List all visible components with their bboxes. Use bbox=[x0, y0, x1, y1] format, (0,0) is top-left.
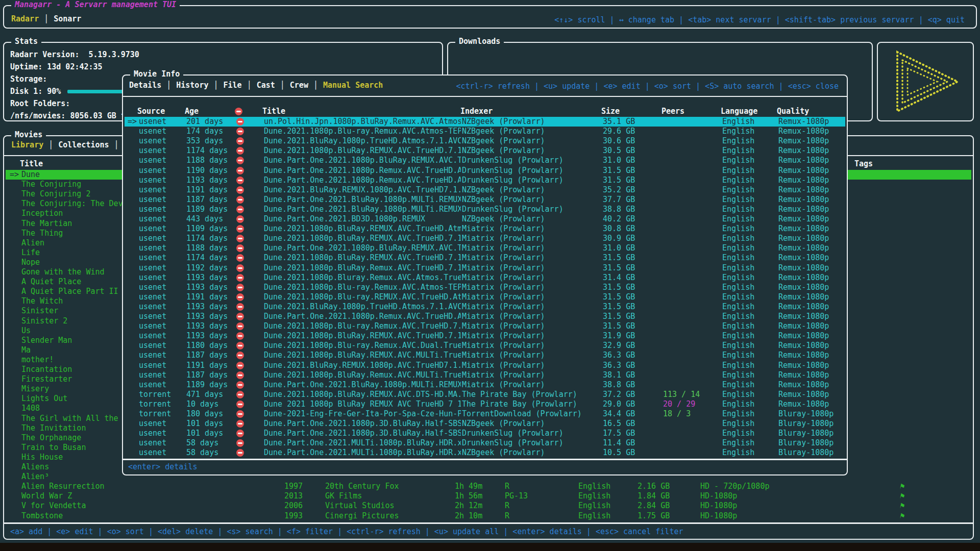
release-title-cell: Dune.Part.One.2021.1080p.BluRay.REMUX.AV… bbox=[264, 156, 461, 165]
search-result-row[interactable]: usenet1188 daysDune.Part.One.2021.1080p.… bbox=[125, 243, 845, 253]
source-cell: usenet bbox=[139, 331, 166, 341]
movie-row[interactable]: Tombstone1993Cinergi Pictures2h 10mREngl… bbox=[6, 511, 971, 521]
source-cell: usenet bbox=[139, 448, 166, 458]
movie-runtime-cell: 2h 10m bbox=[455, 511, 482, 521]
search-result-row[interactable]: usenet1193 daysDune.Part.One.2021.1080p.… bbox=[125, 312, 845, 321]
tab-history[interactable]: History bbox=[176, 81, 208, 90]
age-cell: 1174 days bbox=[186, 253, 228, 263]
movie-studio-cell: Cinergi Pictures bbox=[325, 511, 399, 521]
movie-title-cell: Alien bbox=[21, 238, 44, 248]
quality-cell: Remux-1080p bbox=[778, 292, 829, 302]
movie-title-cell: Tombstone bbox=[21, 511, 63, 521]
rejected-icon bbox=[236, 167, 244, 174]
search-result-row[interactable]: usenet1174 daysDune.2021.1080p.BluRay.RE… bbox=[125, 146, 845, 156]
tab-crew[interactable]: Crew bbox=[290, 81, 308, 90]
search-result-row[interactable]: usenet1193 daysDune.2021.1080p.Blu-ray.R… bbox=[125, 321, 845, 331]
search-result-row[interactable]: usenet1190 daysDune.Part.One.2021.1080p.… bbox=[125, 166, 845, 176]
search-result-row[interactable]: usenet1193 daysDune.2021.BluRay.1080p.Tr… bbox=[125, 302, 845, 312]
tab-file[interactable]: File bbox=[224, 81, 242, 90]
search-result-row[interactable]: usenet1191 daysDune.2021.1080p.Blu-ray.R… bbox=[125, 292, 845, 302]
tab-separator: │ bbox=[208, 81, 223, 90]
search-result-row[interactable]: =>usenet201 daysun.Pol.Hin.Jpn.1080p.Blu… bbox=[125, 117, 845, 127]
global-keybindings: <↑↓> scroll | ↔ change tab | <tab> next … bbox=[554, 15, 965, 24]
search-result-row[interactable]: usenet1180 daysDune.2021.1080p.Blu-ray.R… bbox=[125, 341, 845, 350]
source-cell: usenet bbox=[139, 176, 166, 185]
source-cell: usenet bbox=[139, 117, 166, 127]
search-result-row[interactable]: usenet101 daysDune.Part.One.2021.1080p.3… bbox=[125, 419, 845, 429]
age-cell: 1193 days bbox=[186, 331, 228, 341]
quality-cell: Remux-1080p bbox=[778, 136, 829, 146]
search-result-row[interactable]: usenet1191 daysDune.2021.BluRay.REMUX.10… bbox=[125, 185, 845, 195]
source-cell: usenet bbox=[139, 185, 166, 195]
search-result-row[interactable]: usenet353 daysDune.2021.BluRay.1080p.Tru… bbox=[125, 136, 845, 146]
tab-sonarr[interactable]: Sonarr bbox=[54, 14, 81, 23]
tab-details[interactable]: Details bbox=[129, 81, 161, 90]
search-result-row[interactable]: usenet1193 daysDune.2021.1080p.Bluray.Re… bbox=[125, 273, 845, 283]
search-result-row[interactable]: torrent10 daysDune 2021 1080p BluRay REM… bbox=[125, 399, 845, 409]
quality-cell: Remux-1080p bbox=[778, 117, 829, 127]
source-cell: usenet bbox=[139, 302, 166, 312]
release-title-cell: Dune.2021.1080p.Bluray.Remux.AVC.Atmos.T… bbox=[264, 273, 461, 283]
search-result-row[interactable]: usenet443 daysDune.Part.One.2021.BD3D.10… bbox=[125, 214, 845, 224]
source-cell: usenet bbox=[139, 136, 166, 146]
search-result-row[interactable]: usenet1189 daysDune.Part.One.2021.BluRay… bbox=[125, 380, 845, 390]
language-cell: English bbox=[722, 341, 754, 350]
movie-studio-cell: 20th Century Fox bbox=[325, 482, 399, 491]
search-result-row[interactable]: torrent471 daysDune.2021.1080p.BluRay.RE… bbox=[125, 390, 845, 399]
search-result-row[interactable]: torrent180 daysDune-2021-Eng-Fre-Ger-Ita… bbox=[125, 409, 845, 419]
search-result-row[interactable]: usenet1187 daysDune.Part.One.2021.BluRay… bbox=[125, 195, 845, 205]
age-cell: 353 days bbox=[186, 136, 223, 146]
release-title-cell: Dune.2021.1080p.Blu-ray.REMUX.AVC.TrueHD… bbox=[264, 292, 461, 302]
tab-manual-search[interactable]: Manual Search bbox=[323, 81, 383, 90]
movie-title-cell: World War Z bbox=[21, 491, 72, 501]
release-title-cell: Dune.Part.One.2021.1080p.3D.BluRay.Half-… bbox=[264, 419, 461, 429]
search-result-row[interactable]: usenet101 daysDune.Part.One.2021.1080p.3… bbox=[125, 429, 845, 438]
release-title-cell: Dune 2021 1080p BluRay REMUX AVC TrueHD … bbox=[264, 399, 461, 409]
search-result-row[interactable]: usenet1192 daysDune.2021.1080p.BluRay.Re… bbox=[125, 263, 845, 273]
movies-title-column-header: Title bbox=[20, 159, 43, 169]
search-result-row[interactable]: usenet1188 daysDune.Part.One.2021.1080p.… bbox=[125, 156, 845, 165]
search-result-row[interactable]: usenet174 daysDune.2021.1080p.Blu-ray.Re… bbox=[125, 127, 845, 136]
tab-library[interactable]: Library bbox=[11, 140, 43, 149]
release-title-cell: Dune.2021.1080p.BluRay.REMUX.AVC.TrueHD.… bbox=[264, 146, 461, 156]
search-result-row[interactable]: usenet1193 daysDune.Part.One.2021.1080p.… bbox=[125, 176, 845, 185]
language-cell: English bbox=[722, 195, 754, 205]
search-result-row[interactable]: usenet1109 daysDune.2021.1080p.BluRay.RE… bbox=[125, 224, 845, 234]
search-result-row[interactable]: usenet1193 daysDune.2021.1080p.BluRay.RE… bbox=[125, 331, 845, 341]
source-cell: usenet bbox=[139, 156, 166, 165]
release-title-cell: Dune.2021.1080p.BluRay.REMUX.AVC.MULTi.T… bbox=[264, 350, 461, 360]
tab-cast[interactable]: Cast bbox=[257, 81, 275, 90]
tab-separator: │ bbox=[275, 81, 290, 90]
indexer-cell: NZBgeek (Prowlarr) bbox=[462, 127, 545, 136]
tab-radarr[interactable]: Radarr bbox=[11, 14, 39, 23]
indexer-cell: NZBgeek (Prowlarr) bbox=[462, 136, 545, 146]
size-cell: 31.4 GB bbox=[603, 273, 635, 283]
size-cell: 31.0 GB bbox=[603, 156, 635, 165]
search-result-row[interactable]: usenet1187 daysDune.2021.1080p.BluRay.RE… bbox=[125, 350, 845, 360]
source-cell: usenet bbox=[139, 341, 166, 350]
tab-collections[interactable]: Collections bbox=[58, 140, 109, 149]
search-result-row[interactable]: usenet1193 daysDune.2021.1080p.Blu-ray.R… bbox=[125, 283, 845, 292]
movie-studio-cell: Virtual Studios bbox=[325, 501, 394, 511]
col-header-indexer: Indexer bbox=[460, 107, 493, 116]
search-result-row[interactable]: usenet1174 daysDune.2021.1080p.BluRay.RE… bbox=[125, 253, 845, 263]
movie-row[interactable]: V for Vendetta2006Virtual Studios2h 12mR… bbox=[6, 501, 971, 511]
source-cell: usenet bbox=[139, 429, 166, 438]
movie-row[interactable]: World War Z2013GK Films1h 56mPG-13Englis… bbox=[6, 491, 971, 501]
size-cell: 37.7 GB bbox=[603, 195, 635, 205]
search-result-row[interactable]: usenet1187 daysDune.2021.1080p.BluRay.Re… bbox=[125, 370, 845, 380]
indexer-cell: DrunkenSlug (Prowlarr) bbox=[462, 438, 564, 448]
col-header-source: Source bbox=[137, 107, 165, 116]
search-result-row[interactable]: usenet58 daysDune.Part.One.2021.MULTi.10… bbox=[125, 448, 845, 458]
movie-title-cell: The Conjuring bbox=[21, 180, 81, 189]
release-title-cell: Dune.2021.BluRay.1080p.TrueHD.Atmos.7.1.… bbox=[264, 136, 461, 146]
language-cell: English bbox=[722, 409, 754, 419]
search-result-row[interactable]: usenet1191 daysDune.2021.BluRay.REMUX.10… bbox=[125, 361, 845, 370]
movie-row[interactable]: Alien Resurrection199720th Century Fox1h… bbox=[6, 482, 971, 491]
search-result-row[interactable]: usenet58 daysDune.Part.One.2021.MULTi.10… bbox=[125, 438, 845, 448]
search-result-row[interactable]: usenet1174 daysDune.2021.1080p.BluRay.RE… bbox=[125, 234, 845, 243]
search-result-row[interactable]: usenet1189 daysDune.Part.One.2021.BluRay… bbox=[125, 205, 845, 214]
col-header-peers: Peers bbox=[662, 107, 684, 116]
col-header-title: Title bbox=[262, 107, 285, 116]
movie-title-cell: Ma bbox=[21, 345, 31, 355]
